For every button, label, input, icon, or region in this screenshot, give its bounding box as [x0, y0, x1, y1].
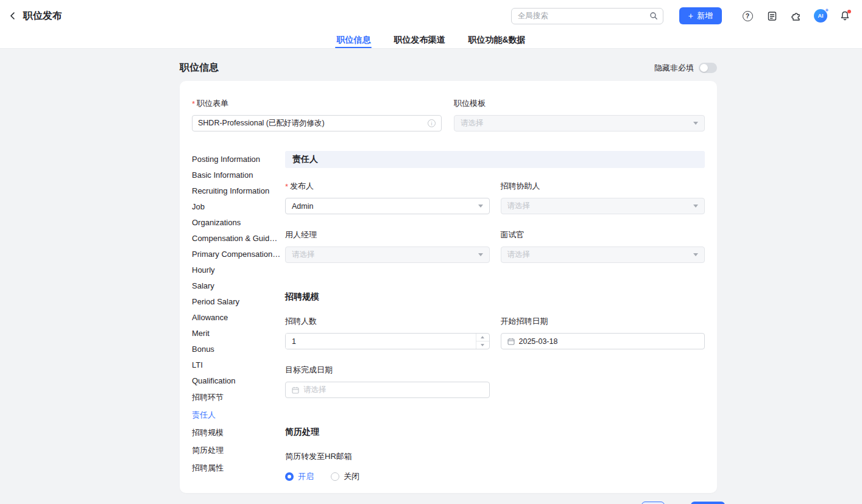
tabs-bar: 职位信息 职位发布渠道 职位功能&数据	[0, 32, 862, 49]
footer-secondary-button[interactable]	[641, 502, 665, 504]
assistant-select[interactable]: 请选择	[501, 198, 705, 214]
sidebar-item-17[interactable]: 招聘规模	[192, 424, 281, 441]
job-template-label: 职位模板	[454, 98, 486, 109]
sidebar-item-12[interactable]: Bonus	[192, 341, 281, 357]
forward-hr-radio-group: 开启 关闭	[285, 471, 705, 482]
form-main: Posting InformationBasic InformationRecr…	[192, 151, 705, 493]
number-stepper	[476, 334, 489, 349]
headcount-field: 招聘人数	[285, 316, 490, 349]
sidebar-item-18[interactable]: 简历处理	[192, 441, 281, 459]
sidebar-item-13[interactable]: LTI	[192, 357, 281, 373]
section-title-scale: 招聘规模	[285, 292, 705, 303]
job-form-field: * 职位表单 i	[192, 98, 442, 131]
stepper-down-icon[interactable]	[476, 341, 489, 349]
global-search[interactable]	[511, 8, 663, 24]
job-template-placeholder: 请选择	[461, 118, 484, 128]
forward-hr-on-option[interactable]: 开启	[285, 471, 314, 482]
ai-assistant-icon[interactable]: AI	[813, 9, 828, 23]
interviewer-label: 面试官	[501, 229, 525, 240]
stepper-up-icon[interactable]	[476, 334, 489, 341]
headcount-input-wrap	[285, 333, 490, 349]
job-form-label: 职位表单	[197, 98, 228, 109]
hide-optional-toggle[interactable]	[699, 63, 717, 73]
top-form-row: * 职位表单 i 职位模板 请选择	[192, 98, 705, 131]
start-date-input[interactable]: 2025-03-18	[501, 333, 705, 349]
sidebar-item-0[interactable]: Posting Information	[192, 151, 281, 167]
assistant-placeholder: 请选择	[507, 201, 531, 211]
job-form-input-wrap: i	[192, 115, 442, 131]
form-content: 责任人 * 发布人 Admin 招聘协助人	[285, 151, 705, 493]
radio-unchecked-icon	[331, 472, 339, 481]
section-header-owner: 责任人	[285, 151, 705, 168]
target-date-label: 目标完成日期	[285, 365, 333, 376]
sidebar-item-6[interactable]: Primary Compensation B…	[192, 246, 281, 262]
sidebar-item-2[interactable]: Recruiting Information	[192, 183, 281, 198]
forward-hr-off-option[interactable]: 关闭	[331, 471, 359, 482]
notification-dot	[847, 10, 851, 13]
document-icon[interactable]	[765, 9, 779, 23]
required-asterisk: *	[285, 182, 288, 191]
job-template-select[interactable]: 请选择	[454, 115, 705, 131]
tab-job-info[interactable]: 职位信息	[336, 32, 370, 48]
radio-checked-icon	[285, 472, 294, 481]
interviewer-field: 面试官 请选择	[501, 229, 705, 263]
sidebar-item-8[interactable]: Salary	[192, 278, 281, 293]
start-date-field: 开始招聘日期 2025-03-18	[501, 316, 705, 349]
calendar-icon	[292, 387, 299, 394]
hiring-manager-field: 用人经理 请选择	[285, 229, 490, 263]
chevron-down-icon	[478, 253, 483, 256]
interviewer-select[interactable]: 请选择	[501, 247, 705, 263]
publisher-select[interactable]: Admin	[285, 198, 490, 214]
footer-primary-button[interactable]	[691, 502, 725, 504]
sidebar-item-5[interactable]: Compensation & Guidelines	[192, 230, 281, 246]
sidebar-item-16[interactable]: 责任人	[192, 406, 281, 424]
target-date-input[interactable]: 请选择	[285, 382, 490, 398]
chevron-down-icon	[693, 253, 698, 256]
headcount-input[interactable]	[286, 334, 476, 349]
sidebar-item-4[interactable]: Organizations	[192, 214, 281, 230]
search-icon	[649, 12, 658, 20]
hiring-manager-label: 用人经理	[285, 229, 317, 240]
chevron-down-icon	[693, 122, 698, 125]
plugin-puzzle-icon[interactable]	[789, 9, 804, 23]
calendar-icon	[507, 338, 515, 345]
topbar: 职位发布 + 新增 ? AI	[0, 0, 862, 32]
tab-functions-data[interactable]: 职位功能&数据	[468, 32, 525, 48]
page-title: 职位信息	[180, 61, 219, 74]
sidebar-item-14[interactable]: Qualification	[192, 373, 281, 388]
sidebar-item-3[interactable]: Job	[192, 198, 281, 214]
sidebar-item-15[interactable]: 招聘环节	[192, 388, 281, 406]
app-title: 职位发布	[23, 10, 62, 23]
plus-icon: +	[688, 12, 693, 20]
back-icon[interactable]	[5, 8, 21, 24]
hide-optional-toggle-row: 隐藏非必填	[654, 63, 717, 74]
headcount-label: 招聘人数	[285, 316, 317, 327]
hiring-manager-select[interactable]: 请选择	[285, 247, 490, 263]
help-icon[interactable]: ?	[740, 9, 755, 23]
sidebar-item-7[interactable]: Hourly	[192, 262, 281, 278]
topbar-icons: ? AI	[740, 9, 852, 23]
add-new-label: 新增	[697, 10, 713, 21]
forward-hr-label: 简历转发至HR邮箱	[285, 451, 705, 462]
sidebar-item-9[interactable]: Period Salary	[192, 293, 281, 309]
sidebar-item-11[interactable]: Merit	[192, 325, 281, 341]
hiring-manager-placeholder: 请选择	[292, 250, 315, 260]
info-circle-icon[interactable]: i	[428, 119, 436, 127]
sidebar-item-1[interactable]: Basic Information	[192, 167, 281, 183]
chevron-down-icon	[478, 205, 483, 208]
publisher-label: 发布人	[290, 181, 314, 192]
assistant-label: 招聘协助人	[501, 181, 540, 192]
section-title-resume: 简历处理	[285, 427, 705, 438]
publisher-value: Admin	[292, 202, 313, 211]
tab-posting-channels[interactable]: 职位发布渠道	[394, 32, 445, 48]
sidebar-item-19[interactable]: 招聘属性	[192, 459, 281, 477]
add-new-button[interactable]: + 新增	[679, 7, 722, 24]
chevron-down-icon	[693, 205, 698, 208]
search-input[interactable]	[518, 12, 649, 20]
target-date-field: 目标完成日期 请选择	[285, 365, 490, 398]
notification-bell-icon[interactable]	[838, 9, 852, 23]
job-form-input[interactable]	[198, 119, 428, 128]
start-date-value: 2025-03-18	[519, 337, 558, 346]
sidebar-item-10[interactable]: Allowance	[192, 309, 281, 325]
start-date-label: 开始招聘日期	[501, 316, 548, 327]
